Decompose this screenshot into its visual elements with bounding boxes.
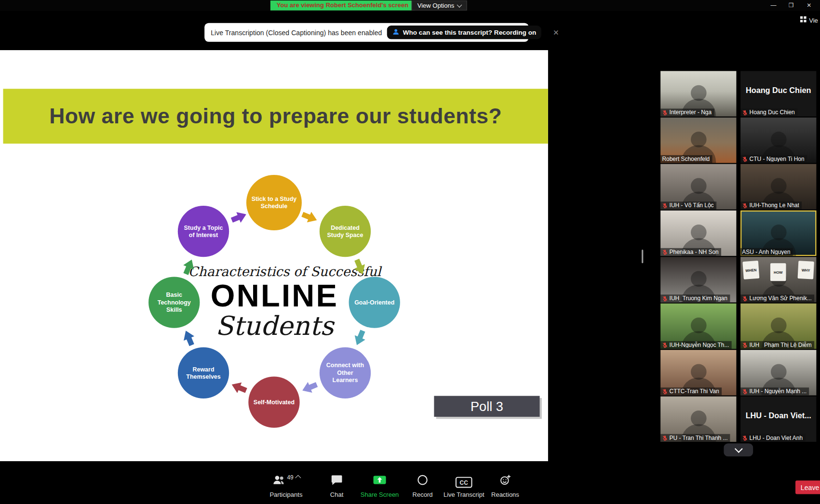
scrollbar-thumb[interactable] xyxy=(642,250,643,263)
muted-mic-icon xyxy=(662,109,668,115)
viewing-screen-banner: You are viewing Robert Schoenfeld's scre… xyxy=(270,0,415,11)
participant-tile[interactable]: LHU - Doan Viet...LHU - Doan Viet Anh xyxy=(740,397,816,442)
notification-close-icon[interactable]: ✕ xyxy=(553,28,559,37)
participant-tile[interactable]: Hoang Duc ChienHoang Duc Chien xyxy=(740,71,816,116)
poll-label: Poll 3 xyxy=(434,396,539,417)
diagram-circle-label: Goal-Oriented xyxy=(354,299,394,306)
diagram-circle-label: Dedicated Study Space xyxy=(324,224,367,239)
restore-button[interactable]: ❐ xyxy=(782,0,800,11)
view-menu-label: Vie xyxy=(809,16,818,24)
chevron-down-icon xyxy=(457,2,462,7)
participant-tile[interactable]: CTTC-Tran Thi Van xyxy=(660,350,736,395)
toolbar-chat-label: Chat xyxy=(330,491,344,498)
cc-icon: CC xyxy=(456,477,472,488)
diagram-circle-label: Connect with Other Learners xyxy=(324,362,367,385)
muted-mic-icon xyxy=(742,342,748,347)
arrow-icon xyxy=(300,209,319,225)
diagram-center-main: ONLINE xyxy=(188,279,361,312)
toolbar-reactions-button[interactable]: Reactions xyxy=(480,474,530,498)
sign-card: HOW xyxy=(770,263,786,281)
participant-tile[interactable]: ASU - Anh Nguyen xyxy=(740,211,816,256)
diagram-circle-label: Study a Topic of Interest xyxy=(182,224,225,239)
diagram-circle: Reward Themselves xyxy=(178,347,229,398)
participant-tile[interactable]: Phenikaa - NH Son xyxy=(660,211,736,256)
toolbar-participants-label: Participants xyxy=(269,491,302,498)
muted-mic-icon xyxy=(662,435,668,440)
participant-tile[interactable]: IUH - Võ Tấn Lộc xyxy=(660,164,736,209)
shared-screen-slide: How are we going to prepare our students… xyxy=(0,50,548,461)
participant-tile[interactable]: CTU - Nguyen Ti Hon xyxy=(740,118,816,163)
view-options-label: View Options xyxy=(417,2,454,9)
participant-tile[interactable]: IUH - Nguyễn Mạnh ... xyxy=(740,350,816,395)
participant-name-label: IUH-Nguyễn Ngọc Th... xyxy=(660,341,732,349)
transcription-notification: Live Transcription (Closed Captioning) h… xyxy=(204,23,529,42)
diagram-circle-label: Reward Themselves xyxy=(182,365,225,380)
more-participants-button[interactable] xyxy=(724,443,753,456)
grid-view-icon xyxy=(800,16,807,24)
diagram-circle: Stick to a Study Schedule xyxy=(246,175,302,230)
participant-name-label: IUH - Nguyễn Mạnh ... xyxy=(740,387,809,395)
muted-mic-icon xyxy=(662,202,668,208)
transcript-visibility-button[interactable]: Who can see this transcript? Recording o… xyxy=(387,26,541,39)
minimize-button[interactable]: — xyxy=(765,0,782,11)
participant-name-label: PU - Tran Thi Thanh ... xyxy=(660,434,730,442)
participant-tile[interactable]: WHENHOWWHYLương Văn Sử Phenik... xyxy=(740,257,816,302)
transcription-message: Live Transcription (Closed Captioning) h… xyxy=(211,28,382,36)
participant-name-label: Phenikaa - NH Son xyxy=(660,248,721,256)
toolbar-reactions-label: Reactions xyxy=(491,491,519,498)
chevron-down-icon xyxy=(734,445,742,453)
diagram-circle: Dedicated Study Space xyxy=(320,206,371,257)
muted-mic-icon xyxy=(742,388,748,394)
participant-tile[interactable]: Interpreter - Nga xyxy=(660,71,736,116)
participant-tile[interactable]: IUH-Nguyễn Ngọc Th... xyxy=(660,304,736,349)
muted-mic-icon xyxy=(662,249,668,254)
person-icon xyxy=(392,28,400,37)
participant-name-label: IUH-Thong Le Nhat xyxy=(740,201,802,209)
participant-tile[interactable]: IUH_ Phạm Thị Lệ Diễm xyxy=(740,304,816,349)
toolbar-record-label: Record xyxy=(413,491,433,498)
diagram-center-bottom: Students xyxy=(188,312,361,340)
participant-name-label: ASU - Anh Nguyen xyxy=(740,248,793,256)
participant-name-label: CTU - Nguyen Ti Hon xyxy=(740,155,807,163)
muted-mic-icon xyxy=(742,435,748,440)
arrow-icon xyxy=(229,209,248,225)
participant-name-label: Hoang Duc Chien xyxy=(740,108,797,116)
chevron-up-icon[interactable] xyxy=(295,475,301,481)
view-layout-button[interactable]: Vie xyxy=(800,16,818,24)
participant-tile[interactable]: IUH-Thong Le Nhat xyxy=(740,164,816,209)
zoom-window: You are viewing Robert Schoenfeld's scre… xyxy=(0,0,820,504)
participants-count: 49 xyxy=(287,474,293,480)
participant-name-label: IUH_ Phạm Thị Lệ Diễm xyxy=(740,341,814,349)
muted-mic-icon xyxy=(742,295,748,301)
participant-name-label: Robert Schoenfeld xyxy=(660,155,712,163)
window-controls: — ❐ ✕ xyxy=(765,0,818,11)
arrow-icon xyxy=(229,379,248,396)
participant-center-name: LHU - Doan Viet... xyxy=(740,397,816,435)
toolbar-participants-button[interactable]: 49Participants xyxy=(261,474,311,498)
diagram-circle: Goal-Oriented xyxy=(349,277,400,328)
diagram-circle: Self-Motivated xyxy=(248,377,299,428)
participant-name-label: IUH_Truong Kim Ngan xyxy=(660,294,730,302)
arrow-icon xyxy=(300,379,319,396)
close-button[interactable]: ✕ xyxy=(800,0,818,11)
chat-icon xyxy=(331,475,343,488)
participant-tile[interactable]: Robert Schoenfeld xyxy=(660,118,736,163)
participant-name-label: Lương Văn Sử Phenik... xyxy=(740,294,814,302)
participant-name-label: CTTC-Tran Thi Van xyxy=(660,387,722,395)
muted-mic-icon xyxy=(662,295,668,301)
view-options-button[interactable]: View Options xyxy=(412,0,468,11)
leave-button[interactable]: Leave xyxy=(795,480,820,494)
participant-center-name: Hoang Duc Chien xyxy=(740,71,816,109)
participant-tile[interactable]: IUH_Truong Kim Ngan xyxy=(660,257,736,302)
diagram-circle: Study a Topic of Interest xyxy=(178,206,229,257)
muted-mic-icon xyxy=(662,388,668,394)
diagram-center-top: Characteristics of Successful xyxy=(188,264,361,279)
participant-name-label: LHU - Doan Viet Anh xyxy=(740,434,805,442)
top-bar: You are viewing Robert Schoenfeld's scre… xyxy=(0,0,820,11)
share-icon xyxy=(373,474,386,488)
muted-mic-icon xyxy=(742,202,748,208)
record-icon xyxy=(417,474,429,488)
participant-tile[interactable]: PU - Tran Thi Thanh ... xyxy=(660,397,736,442)
diagram-circle: Connect with Other Learners xyxy=(320,347,371,398)
toolbar-transcript-label: Live Transcript xyxy=(444,491,484,498)
